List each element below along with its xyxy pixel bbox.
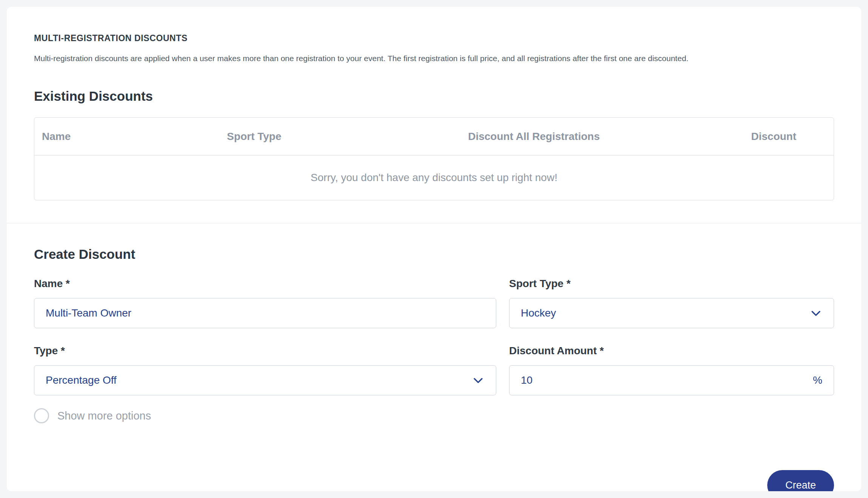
type-select[interactable]: Percentage Off: [34, 365, 496, 395]
create-discount-form: Name * Sport Type * Hockey Type *: [34, 278, 834, 395]
sport-type-label: Sport Type *: [509, 278, 834, 290]
type-label: Type *: [34, 345, 496, 357]
multi-registration-section: MULTI-REGISTRATION DISCOUNTS Multi-regis…: [7, 7, 861, 200]
chevron-down-icon: [472, 374, 485, 387]
sport-type-field-group: Sport Type * Hockey: [509, 278, 834, 328]
column-header-sport-type: Sport Type: [154, 131, 354, 143]
create-discount-section: Create Discount Name * Sport Type * Hock…: [7, 223, 861, 491]
name-field-group: Name *: [34, 278, 496, 328]
column-header-discount-all-registrations: Discount All Registrations: [354, 131, 714, 143]
existing-discounts-heading: Existing Discounts: [34, 89, 834, 104]
type-selected-value: Percentage Off: [46, 374, 472, 386]
discount-amount-label: Discount Amount *: [509, 345, 834, 357]
discounts-table-header: Name Sport Type Discount All Registratio…: [34, 118, 834, 155]
chevron-down-icon: [810, 307, 822, 320]
name-input[interactable]: [46, 307, 485, 319]
percent-suffix: %: [813, 374, 822, 386]
form-actions: Create: [34, 470, 834, 491]
section-title: MULTI-REGISTRATION DISCOUNTS: [34, 33, 834, 43]
column-header-name: Name: [34, 131, 154, 143]
sport-type-selected-value: Hockey: [521, 307, 810, 319]
create-button[interactable]: Create: [767, 470, 834, 491]
discount-amount-field-group: Discount Amount * %: [509, 345, 834, 395]
name-field-wrapper: [34, 298, 496, 328]
sport-type-select[interactable]: Hockey: [509, 298, 834, 328]
show-more-options-radio[interactable]: [34, 408, 49, 423]
section-description: Multi-registration discounts are applied…: [34, 53, 834, 64]
discount-amount-field-wrapper: %: [509, 365, 834, 395]
settings-card: MULTI-REGISTRATION DISCOUNTS Multi-regis…: [7, 7, 861, 491]
show-more-options-label: Show more options: [57, 410, 151, 422]
type-field-group: Type * Percentage Off: [34, 345, 496, 395]
name-label: Name *: [34, 278, 496, 290]
discounts-table: Name Sport Type Discount All Registratio…: [34, 117, 834, 200]
empty-table-message: Sorry, you don't have any discounts set …: [34, 155, 834, 200]
column-header-discount: Discount: [714, 131, 834, 143]
discount-amount-input[interactable]: [521, 374, 813, 386]
show-more-options-row: Show more options: [34, 408, 834, 423]
create-discount-heading: Create Discount: [34, 247, 834, 262]
